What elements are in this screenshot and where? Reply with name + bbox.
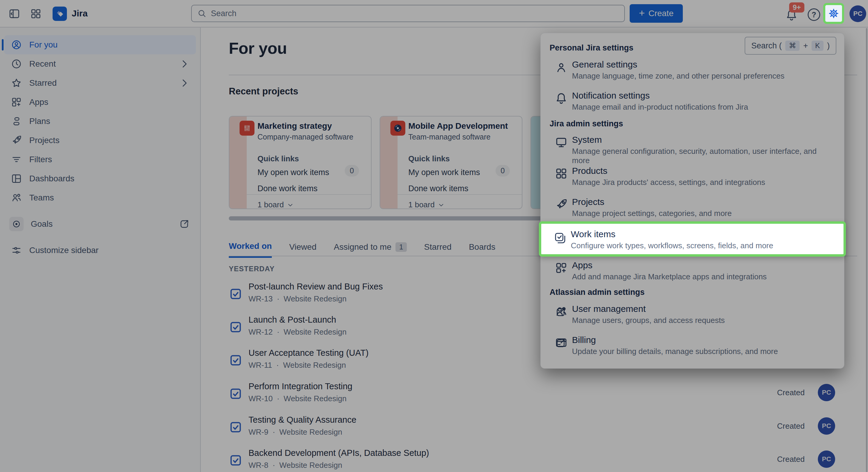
quick-links-label: Quick links bbox=[408, 154, 450, 163]
boards-dropdown[interactable]: 1 board bbox=[257, 200, 294, 209]
my-open-work-items-link[interactable]: My open work items bbox=[408, 168, 480, 177]
group-label: YESTERDAY bbox=[229, 265, 275, 273]
user-circle-icon bbox=[11, 39, 22, 51]
boards-dropdown[interactable]: 1 board bbox=[408, 200, 445, 209]
sidebar-item-filters[interactable]: Filters bbox=[4, 150, 196, 169]
sidebar-item-starred[interactable]: Starred bbox=[4, 73, 196, 93]
work-item-row[interactable]: Testing & Quality Assurance WR-9·Website… bbox=[229, 411, 857, 442]
tab-boards[interactable]: Boards bbox=[469, 241, 496, 258]
assigned-count-badge: 1 bbox=[396, 242, 406, 252]
tab-viewed[interactable]: Viewed bbox=[289, 241, 316, 258]
sidebar: For you Recent Starred Apps Plans Projec… bbox=[0, 28, 201, 472]
sidebar-item-goals[interactable]: Goals bbox=[4, 215, 196, 233]
collapse-sidebar-icon[interactable] bbox=[8, 8, 20, 20]
item-project: Website Redesign bbox=[284, 327, 347, 337]
chevron-down-icon bbox=[438, 201, 445, 209]
chevron-right-icon bbox=[179, 77, 190, 89]
open-items-count: 0 bbox=[496, 165, 510, 177]
chevron-down-icon bbox=[287, 201, 294, 209]
external-link-icon bbox=[555, 306, 567, 318]
sidebar-item-dashboards[interactable]: Dashboards bbox=[4, 169, 196, 188]
work-item-row[interactable]: Backend Development (APIs, Database Setu… bbox=[229, 444, 857, 472]
filter-icon bbox=[11, 154, 22, 165]
monitor-icon bbox=[555, 136, 568, 149]
app-switcher-icon[interactable] bbox=[30, 8, 42, 20]
notifications-badge: 9+ bbox=[789, 2, 804, 12]
dot-separator: · bbox=[277, 294, 280, 304]
menu-item-user-management[interactable]: User management Manage users, groups, an… bbox=[550, 304, 835, 326]
settings-gear-button-highlighted[interactable] bbox=[823, 3, 844, 24]
top-navigation-bar: Jira + Create 9+ ? PC bbox=[0, 0, 868, 28]
page-title: For you bbox=[229, 39, 287, 57]
profile-avatar[interactable]: PC bbox=[849, 5, 866, 22]
jira-logo-icon[interactable] bbox=[53, 7, 67, 21]
project-avatar-icon bbox=[391, 121, 405, 136]
item-project: Website Redesign bbox=[279, 461, 342, 470]
star-icon bbox=[11, 77, 22, 89]
tab-starred[interactable]: Starred bbox=[424, 241, 452, 258]
avatar[interactable]: PC bbox=[818, 384, 835, 401]
work-items-icon bbox=[554, 231, 567, 245]
avatar[interactable]: PC bbox=[818, 450, 835, 468]
menu-item-general-settings[interactable]: General settings Manage language, time z… bbox=[550, 59, 835, 82]
sidebar-item-plans[interactable]: Plans bbox=[4, 112, 196, 131]
personal-settings-header: Personal Jira settings bbox=[550, 43, 633, 53]
item-project: Website Redesign bbox=[284, 294, 347, 304]
project-card-marketing-strategy[interactable]: Marketing strategy Company-managed softw… bbox=[229, 116, 372, 209]
create-button[interactable]: + Create bbox=[630, 4, 683, 23]
created-label: Created bbox=[777, 421, 805, 431]
sidebar-item-customize[interactable]: Customize sidebar bbox=[4, 241, 196, 260]
item-key: WR-8 bbox=[249, 461, 268, 470]
divider bbox=[247, 194, 371, 195]
done-work-items-link[interactable]: Done work items bbox=[408, 184, 468, 193]
menu-item-billing[interactable]: Billing Update your billing details, man… bbox=[550, 335, 835, 357]
sidebar-item-teams[interactable]: Teams bbox=[4, 188, 196, 207]
plus-icon: + bbox=[639, 7, 645, 19]
task-check-icon bbox=[229, 387, 243, 401]
sidebar-item-for-you[interactable]: For you bbox=[4, 35, 196, 54]
product-name: Jira bbox=[72, 8, 88, 19]
task-check-icon bbox=[229, 287, 243, 301]
active-indicator bbox=[2, 39, 4, 51]
help-icon[interactable]: ? bbox=[808, 8, 820, 21]
work-item-row[interactable]: Perform Integration Testing WR-10·Websit… bbox=[229, 378, 857, 409]
clock-icon bbox=[11, 58, 22, 70]
tab-assigned-to-me[interactable]: Assigned to me1 bbox=[334, 241, 406, 258]
tab-worked-on[interactable]: Worked on bbox=[229, 241, 272, 258]
item-key: WR-13 bbox=[249, 294, 273, 304]
external-link-icon bbox=[179, 218, 190, 230]
search-input[interactable] bbox=[211, 9, 619, 18]
avatar[interactable]: PC bbox=[818, 417, 835, 435]
task-check-icon bbox=[229, 353, 243, 367]
grid-icon bbox=[555, 167, 568, 180]
sidebar-item-apps[interactable]: Apps bbox=[4, 93, 196, 112]
apps-grid-plus-icon bbox=[11, 96, 22, 108]
item-key: WR-12 bbox=[249, 327, 273, 337]
dot-separator: · bbox=[272, 428, 275, 437]
goals-target-icon bbox=[9, 217, 24, 231]
global-search[interactable] bbox=[191, 5, 625, 22]
dot-separator: · bbox=[277, 394, 280, 403]
item-key: WR-11 bbox=[249, 360, 272, 370]
sliders-icon bbox=[11, 245, 22, 256]
my-open-work-items-link[interactable]: My open work items bbox=[257, 168, 329, 177]
vertical-scrollbar[interactable] bbox=[866, 28, 867, 472]
menu-item-work-items-highlighted[interactable]: Work items Configure work types, workflo… bbox=[539, 221, 846, 257]
project-card-mobile-app-development[interactable]: Mobile App Development Team-managed soft… bbox=[380, 116, 522, 209]
plans-icon bbox=[11, 116, 22, 127]
divider bbox=[398, 194, 522, 195]
created-label: Created bbox=[777, 455, 805, 464]
bell-icon bbox=[555, 92, 568, 105]
sidebar-item-recent[interactable]: Recent bbox=[4, 54, 196, 73]
menu-item-apps[interactable]: Apps Add and manage Jira Marketplace app… bbox=[550, 260, 835, 283]
menu-item-products[interactable]: Products Manage Jira products' access, s… bbox=[550, 166, 835, 189]
done-work-items-link[interactable]: Done work items bbox=[257, 184, 317, 193]
sidebar-item-projects[interactable]: Projects bbox=[4, 131, 196, 150]
settings-search-button[interactable]: Search ( ⌘ + K ) bbox=[745, 37, 836, 55]
menu-item-notification-settings[interactable]: Notification settings Manage email and i… bbox=[550, 91, 835, 113]
menu-item-system[interactable]: System Manage general configuration, sec… bbox=[550, 135, 835, 157]
project-avatar-icon bbox=[240, 121, 254, 136]
person-icon bbox=[555, 61, 568, 74]
rocket-icon bbox=[555, 198, 568, 211]
menu-item-projects[interactable]: Projects Manage project settings, catego… bbox=[550, 197, 835, 220]
